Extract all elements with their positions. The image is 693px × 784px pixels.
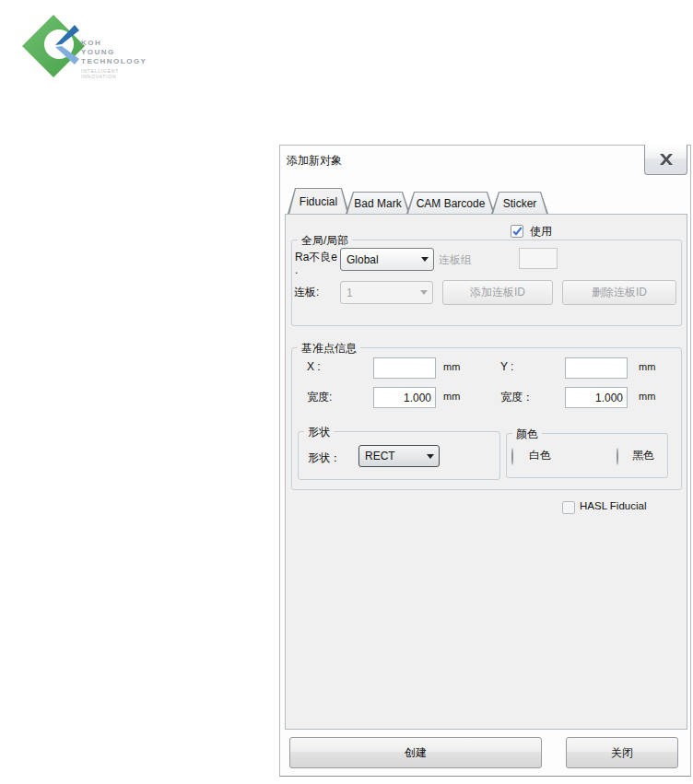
delete-panel-id-button: 删除连板ID <box>562 280 676 305</box>
logo-tagline-text: INTELLIGENT INNOVATION <box>81 68 119 79</box>
close-icon <box>660 154 673 165</box>
delete-panel-id-label: 删除连板ID <box>592 285 647 300</box>
color-black-label: 黑色 <box>632 448 654 463</box>
tab-cam-barcode[interactable]: CAM Barcode <box>406 192 495 214</box>
tab-sticker[interactable]: Sticker <box>491 192 548 214</box>
shape-dropdown-value: RECT <box>359 450 422 462</box>
tab-fiducial-label: Fiducial <box>288 188 349 214</box>
add-panel-id-button: 添加连板ID <box>442 280 553 305</box>
x-field[interactable] <box>373 357 436 379</box>
shape-group: 形状 形状： RECT <box>298 431 500 480</box>
color-black-radio[interactable] <box>617 448 618 465</box>
koh-young-logo-mark <box>20 13 87 81</box>
logo-brand-text: KOH YOUNG TECHNOLOGY <box>81 39 147 66</box>
y-label: Y : <box>500 360 513 373</box>
width2-label: 宽度： <box>500 390 534 405</box>
add-new-object-dialog: 添加新对象 Fiducial Bad Mark CAM Barcode Stic… <box>279 145 691 777</box>
hasl-fiducial-checkbox[interactable] <box>562 501 575 514</box>
koh-young-logo: KOH YOUNG TECHNOLOGY INTELLIGENT INNOVAT… <box>20 9 205 97</box>
width1-field[interactable] <box>373 387 436 408</box>
width2-unit-label: mm <box>639 391 655 402</box>
tab-bad-mark[interactable]: Bad Mark <box>346 192 410 214</box>
tab-cam-barcode-label: CAM Barcode <box>406 192 495 214</box>
width1-label: 宽度: <box>307 390 332 405</box>
color-group: 颜色 白色 黑色 <box>506 433 668 478</box>
tab-bad-mark-label: Bad Mark <box>346 192 410 214</box>
color-white-label: 白色 <box>529 448 551 463</box>
fiducial-tab-panel: 使用 全局/局部 Ra不良e . Global 连板组 连板: 1 添加连板ID <box>285 214 687 730</box>
use-checkbox[interactable] <box>511 225 523 238</box>
dropdown-arrow-icon <box>416 290 432 295</box>
panel-id-dropdown: 1 <box>340 281 433 304</box>
tab-fiducial[interactable]: Fiducial <box>288 188 349 214</box>
width1-unit-label: mm <box>443 391 460 402</box>
dropdown-arrow-icon <box>422 454 439 459</box>
check-icon <box>512 227 523 236</box>
panel-id-dropdown-value: 1 <box>341 287 416 299</box>
panel-label: 连板: <box>294 285 319 300</box>
global-local-group-legend: 全局/局部 <box>298 233 352 249</box>
color-group-legend: 颜色 <box>512 427 542 442</box>
dialog-close-button[interactable] <box>644 145 687 175</box>
dropdown-arrow-icon <box>417 257 433 262</box>
ra-defect-label: Ra不良e . <box>295 251 337 276</box>
width2-field[interactable] <box>565 387 628 408</box>
tab-sticker-label: Sticker <box>491 192 548 214</box>
global-local-dropdown-value: Global <box>341 253 417 266</box>
y-unit-label: mm <box>639 361 655 372</box>
global-local-dropdown[interactable]: Global <box>340 248 434 271</box>
color-white-radio[interactable] <box>511 448 513 465</box>
add-panel-id-label: 添加连板ID <box>470 285 525 300</box>
panel-group-label: 连板组 <box>439 252 472 268</box>
shape-group-legend: 形状 <box>304 425 334 440</box>
global-local-group: 全局/局部 Ra不良e . Global 连板组 连板: 1 添加连板ID 删除… <box>291 240 682 326</box>
panel-group-field <box>519 248 558 269</box>
fiducial-info-group: 基准点信息 X : mm Y : mm 宽度: mm 宽度： mm 形状 形状：… <box>291 347 682 490</box>
fiducial-info-group-legend: 基准点信息 <box>298 341 360 357</box>
close-button-label: 关闭 <box>611 745 633 761</box>
shape-label: 形状： <box>308 451 341 466</box>
x-label: X : <box>307 360 321 373</box>
dialog-title: 添加新对象 <box>287 153 342 169</box>
hasl-fiducial-label: HASL Fiducial <box>580 500 646 511</box>
create-button-label: 创建 <box>405 745 427 761</box>
y-field[interactable] <box>565 357 628 379</box>
x-unit-label: mm <box>443 361 460 372</box>
close-button[interactable]: 关闭 <box>566 737 678 768</box>
use-checkbox-label: 使用 <box>530 224 552 240</box>
create-button[interactable]: 创建 <box>289 737 542 768</box>
shape-dropdown[interactable]: RECT <box>358 445 440 467</box>
